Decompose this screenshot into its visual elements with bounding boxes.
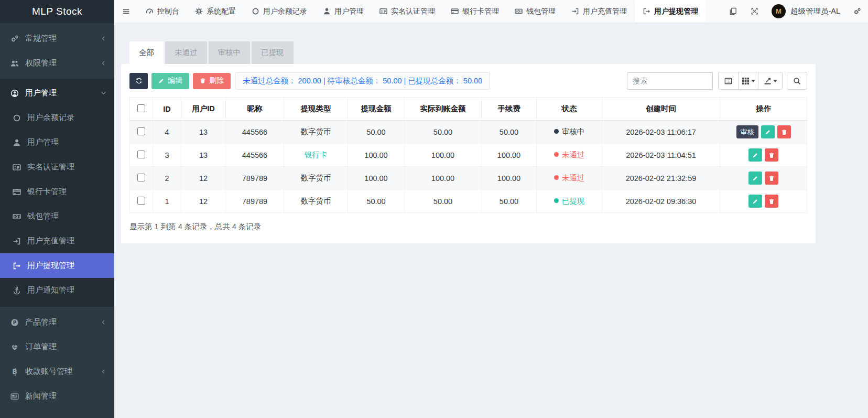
row-checkbox[interactable] bbox=[137, 197, 145, 205]
select-all-checkbox[interactable] bbox=[137, 104, 145, 112]
row-edit-button[interactable] bbox=[761, 125, 775, 138]
cell-created: 2026-02-02 09:36:30 bbox=[602, 190, 720, 213]
pencil-icon bbox=[158, 78, 165, 84]
nav-item-dashboard[interactable]: 控制台 bbox=[138, 0, 187, 23]
list-alt-icon bbox=[724, 77, 732, 85]
bank-card-link[interactable]: 银行卡 bbox=[305, 151, 328, 159]
status-label: 未通过 bbox=[562, 151, 585, 159]
cell-id: 3 bbox=[153, 144, 181, 167]
gears-icon bbox=[853, 7, 861, 15]
sidebar-item-user-withdraw-management[interactable]: 用户提现管理 bbox=[0, 253, 114, 278]
columns-button[interactable] bbox=[738, 72, 758, 90]
row-edit-button[interactable] bbox=[748, 195, 762, 208]
anchor-icon bbox=[12, 286, 21, 295]
nav-item-user-recharge[interactable]: 用户充值管理 bbox=[563, 0, 635, 23]
nav-item-user-management[interactable]: 用户管理 bbox=[315, 0, 372, 23]
sidebar-toggle-button[interactable] bbox=[114, 0, 138, 23]
top-navigation: 控制台 系统配置 用户余额记录 用户管理 实名认证管理 银行卡管理 钱包管理 用… bbox=[114, 0, 868, 23]
tab-pending[interactable]: 审核中 bbox=[209, 41, 251, 64]
sidebar-item-wallet-management[interactable]: 钱包管理 bbox=[0, 204, 114, 229]
nav-item-wallet[interactable]: 钱包管理 bbox=[507, 0, 563, 23]
row-edit-button[interactable] bbox=[748, 172, 762, 185]
nav-item-user-balance-records[interactable]: 用户余额记录 bbox=[244, 0, 315, 23]
sidebar-item-user-management-group[interactable]: 用户管理 bbox=[0, 81, 114, 105]
sidebar-item-permission-management[interactable]: 权限管理 bbox=[0, 51, 114, 76]
cell-amount: 100.00 bbox=[348, 144, 405, 167]
nav-item-system-config[interactable]: 系统配置 bbox=[187, 0, 244, 23]
tab-rejected[interactable]: 未通过 bbox=[165, 41, 207, 64]
nav-item-bank-card[interactable]: 银行卡管理 bbox=[443, 0, 507, 23]
cell-status: 审核中 bbox=[537, 121, 602, 144]
sidebar-item-realname-auth-management[interactable]: 实名认证管理 bbox=[0, 155, 114, 179]
row-edit-button[interactable] bbox=[748, 148, 762, 162]
id-card-icon bbox=[379, 7, 387, 15]
sidebar-item-bank-card-management[interactable]: 银行卡管理 bbox=[0, 179, 114, 204]
circle-icon bbox=[252, 7, 259, 15]
column-header-id: ID bbox=[153, 98, 181, 121]
pencil-icon bbox=[765, 129, 771, 135]
user-menu[interactable]: M 超级管理员-AL bbox=[765, 0, 847, 23]
cell-withdraw-type: 银行卡 bbox=[284, 144, 348, 167]
tab-all[interactable]: 全部 bbox=[129, 41, 164, 64]
sidebar-item-user-balance-records[interactable]: 用户余额记录 bbox=[0, 105, 114, 130]
row-checkbox[interactable] bbox=[137, 151, 145, 158]
cell-user-id: 13 bbox=[181, 121, 226, 144]
fullscreen-icon-button[interactable] bbox=[744, 0, 765, 23]
sidebar-item-news-management[interactable]: 新闻管理 bbox=[0, 384, 114, 409]
nav-item-realname-auth[interactable]: 实名认证管理 bbox=[372, 0, 443, 23]
cell-select bbox=[130, 167, 153, 190]
cell-fee: 100.00 bbox=[482, 144, 537, 167]
table-row: 1 12 789789 数字货币 50.00 50.00 50.00 已提现 2… bbox=[130, 190, 807, 213]
status-dot bbox=[554, 175, 559, 180]
review-button[interactable]: 审核 bbox=[736, 125, 758, 138]
app-title: MLP Stock bbox=[32, 6, 82, 17]
sign-in-icon bbox=[12, 237, 21, 245]
status-tabs: 全部 未通过 审核中 已提现 bbox=[129, 41, 868, 64]
cell-nickname: 445566 bbox=[226, 121, 284, 144]
delete-button[interactable]: 删除 bbox=[193, 73, 231, 89]
copy-icon-button[interactable] bbox=[722, 0, 744, 23]
sidebar-item-order-management[interactable]: 订单管理 bbox=[0, 335, 114, 359]
tab-withdrawn[interactable]: 已提现 bbox=[252, 41, 294, 64]
edit-button[interactable]: 编辑 bbox=[151, 73, 189, 89]
sidebar-item-product-management[interactable]: 产品管理 bbox=[0, 310, 114, 335]
refresh-button[interactable] bbox=[129, 73, 148, 89]
row-delete-button[interactable] bbox=[777, 125, 791, 138]
cell-status: 已提现 bbox=[537, 190, 602, 213]
toggle-view-button[interactable] bbox=[718, 72, 739, 90]
trash-icon bbox=[768, 198, 775, 205]
cell-actions bbox=[720, 167, 807, 190]
search-input[interactable] bbox=[627, 72, 713, 90]
sidebar-item-payment-account-management[interactable]: 收款账号管理 bbox=[0, 359, 114, 384]
row-delete-button[interactable] bbox=[765, 172, 778, 185]
sidebar-item-user-notice-management[interactable]: 用户通知管理 bbox=[0, 278, 114, 303]
sidebar-item-user-recharge-management[interactable]: 用户充值管理 bbox=[0, 229, 114, 253]
cell-actual: 100.00 bbox=[405, 167, 482, 190]
cell-id: 4 bbox=[153, 121, 181, 144]
cell-amount: 100.00 bbox=[348, 167, 405, 190]
export-button[interactable] bbox=[758, 72, 783, 90]
column-header-status: 状态 bbox=[537, 98, 602, 121]
nav-item-user-withdraw[interactable]: 用户提现管理 bbox=[635, 0, 706, 23]
caret-down-icon bbox=[773, 80, 777, 82]
row-checkbox[interactable] bbox=[137, 174, 145, 181]
row-checkbox[interactable] bbox=[137, 127, 145, 135]
status-dot bbox=[554, 152, 559, 157]
user-circle-icon bbox=[10, 89, 19, 98]
sign-in-icon bbox=[571, 7, 579, 15]
user-name: 超级管理员-AL bbox=[790, 6, 840, 16]
avatar: M bbox=[772, 4, 786, 18]
row-delete-button[interactable] bbox=[765, 195, 778, 208]
cell-select bbox=[130, 190, 153, 213]
chevron-left-icon bbox=[101, 36, 106, 41]
cell-fee: 50.00 bbox=[482, 190, 537, 213]
sidebar-item-regular-management[interactable]: 常规管理 bbox=[0, 26, 114, 51]
select-all-header bbox=[130, 98, 153, 121]
search-button[interactable] bbox=[787, 72, 807, 90]
toolbar: 编辑 删除 未通过总金额： 200.00 | 待审核总金额： 50.00 | 已… bbox=[129, 72, 807, 90]
pencil-icon bbox=[752, 198, 758, 205]
sidebar-item-user-management[interactable]: 用户管理 bbox=[0, 130, 114, 155]
settings-gears-icon-button[interactable] bbox=[847, 0, 868, 23]
row-delete-button[interactable] bbox=[765, 148, 778, 162]
cell-actions: 审核 bbox=[720, 121, 807, 144]
